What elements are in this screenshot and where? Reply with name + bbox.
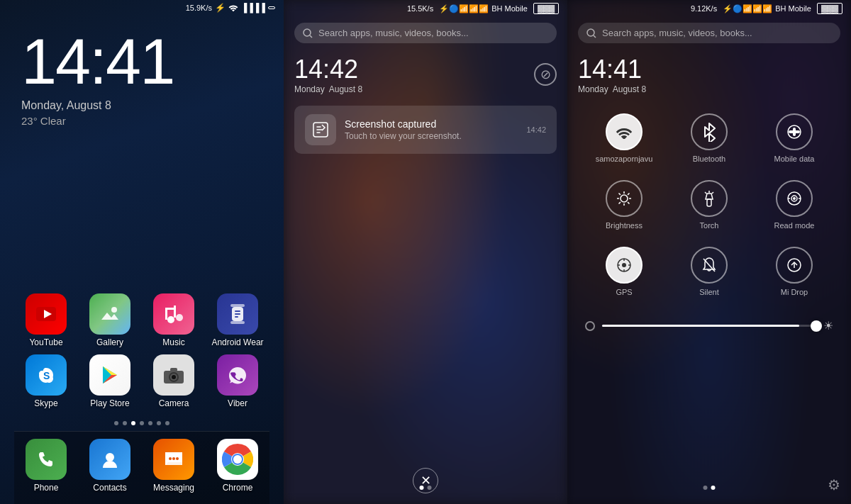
status-bar-left: 15.9K/s ⚡ ▐▐▐▐: [0, 0, 284, 16]
dnd-icon[interactable]: ⊘: [534, 63, 557, 86]
svg-point-25: [106, 453, 114, 461]
speed-mid: 15.5K/s: [407, 4, 433, 13]
lock-date: Monday, August 8: [21, 99, 262, 112]
app-music[interactable]: Music: [145, 293, 202, 347]
contacts-label: Contacts: [93, 483, 126, 493]
toggle-mi-drop[interactable]: Mi Drop: [752, 238, 837, 305]
torch-toggle-label: Torch: [700, 221, 719, 230]
messaging-label: Messaging: [153, 483, 194, 493]
app-androidwear[interactable]: Android Wear: [209, 293, 266, 347]
app-youtube[interactable]: YouTube: [18, 293, 74, 347]
app-playstore[interactable]: Play Store: [82, 354, 138, 408]
phone-icon: [26, 439, 67, 480]
chrome-icon: [217, 439, 258, 480]
qs-day: Monday: [578, 84, 608, 94]
svg-line-46: [619, 194, 621, 195]
svg-rect-40: [789, 130, 800, 133]
svg-text:S: S: [43, 370, 50, 381]
youtube-icon: [26, 293, 67, 335]
notification-card[interactable]: Screenshot captured Touch to view your s…: [294, 106, 557, 154]
svg-line-53: [712, 192, 713, 194]
app-camera[interactable]: Camera: [145, 354, 202, 408]
svg-rect-24: [170, 368, 177, 371]
notif-clock: 14:42: [294, 55, 362, 84]
svg-point-3: [111, 307, 117, 313]
quick-settings-panel: 9.12K/s ⚡🔵📶📶📶 BH Mobile ▓▓▓ Search apps,…: [567, 0, 851, 504]
app-contacts[interactable]: Contacts: [82, 439, 138, 493]
qs-content: 9.12K/s ⚡🔵📶📶📶 BH Mobile ▓▓▓ Search apps,…: [567, 0, 851, 340]
phone-label: Phone: [34, 483, 59, 493]
qs-dot-2: [711, 486, 716, 490]
torch-toggle-circle: [691, 180, 728, 217]
settings-gear-button[interactable]: ⚙: [828, 476, 840, 493]
notif-subtitle: Touch to view your screenshot.: [345, 131, 518, 141]
svg-line-48: [628, 194, 629, 195]
notif-app-icon: [305, 114, 336, 145]
qs-search-bar[interactable]: Search apps, music, videos, books...: [578, 23, 840, 43]
app-grid: YouTube Gallery Music Android Wear: [0, 293, 284, 504]
svg-line-52: [705, 192, 706, 194]
androidwear-icon: [217, 293, 258, 335]
toggle-torch[interactable]: Torch: [667, 172, 752, 238]
read-mode-toggle-label: Read mode: [774, 221, 815, 230]
search-icon-mid: [303, 28, 313, 38]
svg-point-56: [793, 197, 796, 200]
page-dots: [14, 415, 269, 431]
app-messaging[interactable]: Messaging: [145, 439, 202, 493]
svg-rect-13: [235, 313, 240, 315]
status-bar-right: 9.12K/s ⚡🔵📶📶📶 BH Mobile ▓▓▓: [567, 0, 851, 17]
brightness-slider-fill: [602, 325, 799, 327]
gallery-label: Gallery: [96, 337, 123, 347]
svg-point-33: [304, 29, 311, 36]
silent-toggle-circle: [691, 247, 728, 284]
app-chrome[interactable]: Chrome: [209, 439, 266, 493]
qs-dot-1: [703, 486, 708, 490]
notification-panel: 15.5K/s ⚡🔵📶📶📶 BH Mobile ▓▓▓ Search apps,…: [284, 0, 567, 504]
qs-search-placeholder: Search apps, music, videos, books...: [602, 28, 752, 38]
brightness-slider-track[interactable]: [602, 325, 816, 327]
skype-icon: S: [26, 354, 67, 396]
brightness-slider-thumb: [811, 320, 822, 332]
carrier-right: BH Mobile: [775, 4, 811, 13]
notif-page-dots: [420, 486, 432, 490]
lock-weather: 23° Clear: [21, 115, 262, 127]
toggle-gps[interactable]: GPS: [582, 238, 667, 305]
toggle-read-mode[interactable]: Read mode: [752, 172, 837, 238]
gps-toggle-circle: [606, 247, 643, 284]
svg-rect-6: [174, 306, 176, 318]
qs-bottom-controls: ⚙: [567, 466, 851, 504]
app-skype[interactable]: S Skype: [18, 354, 74, 408]
mi-drop-toggle-circle: [776, 247, 813, 284]
app-phone[interactable]: Phone: [18, 439, 74, 493]
toggle-brightness[interactable]: Brightness: [582, 172, 667, 238]
silent-toggle-label: Silent: [699, 288, 719, 296]
notif-day: Monday: [294, 84, 325, 94]
toggle-wifi[interactable]: samozapornjavu: [582, 105, 667, 172]
signal-icon-left: ▐▐▐▐: [241, 3, 265, 13]
battery-icon-left: [268, 6, 275, 9]
svg-rect-2: [99, 303, 121, 325]
app-gallery[interactable]: Gallery: [82, 293, 138, 347]
camera-label: Camera: [159, 398, 189, 408]
chrome-label: Chrome: [223, 483, 253, 493]
toggle-silent[interactable]: Silent: [667, 238, 752, 305]
search-placeholder-mid: Search apps, music, videos, books...: [318, 28, 469, 38]
svg-line-47: [628, 202, 629, 203]
toggle-mobile-data[interactable]: Mobile data: [752, 105, 837, 172]
svg-line-37: [594, 35, 596, 38]
notif-search-bar[interactable]: Search apps, music, videos, books...: [294, 23, 557, 43]
app-viber[interactable]: Viber: [209, 354, 266, 408]
svg-point-32: [233, 455, 242, 464]
toggle-bluetooth[interactable]: Bluetooth: [667, 105, 752, 172]
brightness-toggle-label: Brightness: [606, 221, 643, 230]
notif-date: August 8: [329, 84, 362, 94]
dot-6: [157, 421, 161, 425]
dot-5: [148, 421, 152, 425]
notif-bottom-controls: ✕: [284, 457, 567, 504]
music-icon: [153, 293, 194, 335]
svg-point-23: [172, 375, 176, 379]
brightness-slider-row[interactable]: ☀: [567, 312, 851, 340]
app-row-1: YouTube Gallery Music Android Wear: [14, 293, 269, 347]
svg-rect-14: [235, 316, 238, 318]
speed-right: 9.12K/s: [691, 4, 717, 13]
